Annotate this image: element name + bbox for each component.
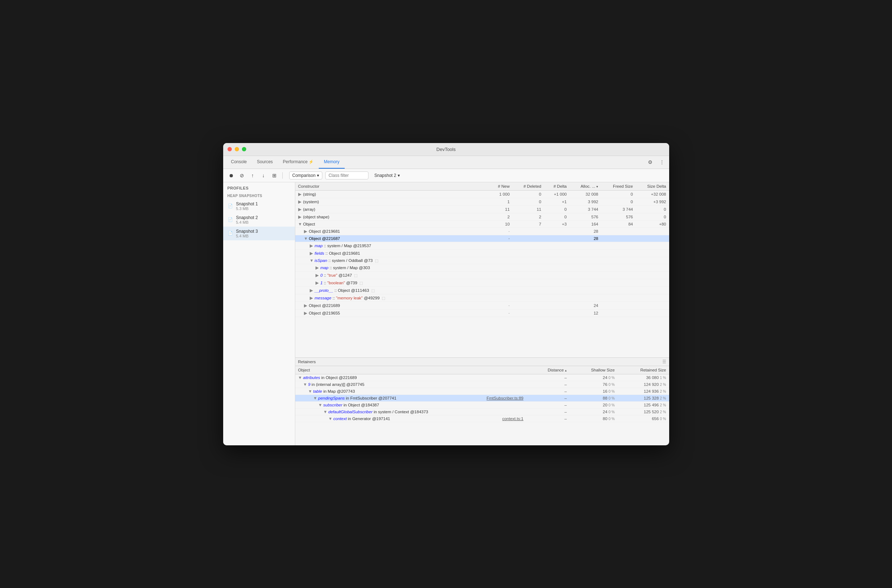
performance-icon: ⚡ — [308, 160, 314, 164]
table-row[interactable]: ▶(array)111103 7443 7440 — [295, 206, 669, 213]
tab-icons: ⚙ ⋮ — [646, 158, 666, 166]
table-row[interactable]: ▶(string)1 0000+1 00032 0080+32 008 — [295, 190, 669, 198]
ret-header-retained[interactable]: Retained Size — [618, 366, 669, 374]
table-row[interactable]: ▶1 :: "boolean" @739 ⬚ — [295, 279, 669, 286]
tab-sources[interactable]: Sources — [252, 156, 278, 169]
table-row[interactable]: ▶map :: system / Map @219537 — [295, 242, 669, 249]
table-row[interactable]: ▼defaultGlobalSubscriber in system / Con… — [295, 408, 669, 415]
upper-table-body: ▶(string)1 0000+1 00032 0080+32 008▶(sys… — [295, 190, 669, 317]
table-row[interactable]: ▼table in Map @207743–16 0 %124 936 2 % — [295, 388, 669, 394]
table-row[interactable]: ▶0 :: "true" @1247 ⬚ — [295, 271, 669, 279]
snapshot-icon-3: 📄 — [227, 231, 233, 236]
tab-performance[interactable]: Performance ⚡ — [278, 156, 319, 169]
snapshot-icon-2: 📄 — [227, 217, 233, 223]
table-row[interactable]: ▶Object @221689·24 — [295, 302, 669, 309]
retainers-table: Object Distance ▴ Shallow Size Retained … — [295, 366, 669, 422]
dropdown-arrow-icon: ▾ — [317, 173, 319, 178]
table-row[interactable]: ▼isSpan :: system / Oddball @73 ⬚ — [295, 257, 669, 264]
tab-console[interactable]: Console — [226, 156, 252, 169]
table-row[interactable]: ▶(object shape)2205765760 — [295, 213, 669, 220]
upload-button[interactable]: ↑ — [248, 171, 257, 180]
ret-header-object[interactable]: Object — [295, 366, 529, 374]
toolbar: ⏺ ⊘ ↑ ↓ ⊞ Comparison ▾ Snapshot 2 ▾ — [223, 169, 669, 182]
more-icon[interactable]: ⋮ — [657, 158, 666, 166]
table-row[interactable]: ▼Object107+316484+80 — [295, 220, 669, 227]
retainers-scroll-icon: ☰ — [662, 359, 666, 364]
table-row[interactable]: ▶__proto__ :: Object @111463 ⬚ — [295, 286, 669, 294]
source-link[interactable]: FmtSubscriber.ts:89 — [486, 396, 523, 400]
header-delta[interactable]: # Delta — [544, 182, 569, 190]
table-row[interactable]: ▼Object @221687·28 — [295, 235, 669, 242]
snapshot-item-1[interactable]: 📄 Snapshot 1 5.3 MB — [223, 199, 295, 213]
retainers-header: Retainers ☰ — [295, 358, 669, 366]
snapshot-item-2[interactable]: 📄 Snapshot 2 5.4 MB — [223, 213, 295, 226]
header-constructor[interactable]: Constructor — [295, 182, 489, 190]
source-link[interactable]: context.ts:1 — [502, 417, 523, 421]
minimize-button[interactable] — [235, 147, 239, 152]
header-new[interactable]: # New — [489, 182, 512, 190]
table-row[interactable]: ▼context in Generator @197141context.ts:… — [295, 415, 669, 422]
snapshot-icon-1: 📄 — [227, 203, 233, 209]
profiles-label: Profiles — [223, 182, 295, 192]
snapshot-item-3[interactable]: 📄 Snapshot 3 5.4 MB — [223, 226, 295, 240]
toolbar-separator — [282, 172, 283, 179]
download-button[interactable]: ↓ — [259, 171, 268, 180]
snapshot-arrow-icon: ▾ — [398, 173, 400, 178]
table-row[interactable]: ▼9 in (internal array)[] @207745–76 0 %1… — [295, 381, 669, 388]
titlebar: DevTools — [223, 143, 669, 156]
settings-icon[interactable]: ⚙ — [646, 158, 655, 166]
main-content: Profiles HEAP SNAPSHOTS 📄 Snapshot 1 5.3… — [223, 182, 669, 446]
table-row[interactable]: ▼pendingSpans in FmtSubscriber @207741Fm… — [295, 394, 669, 401]
traffic-lights — [227, 147, 246, 152]
table-header-row: Constructor # New # Deleted # Delta Allo… — [295, 182, 669, 190]
ret-header-distance[interactable]: Distance ▴ — [529, 366, 570, 374]
table-row[interactable]: ▶message :: "memory leak" @49299 ⬚ — [295, 294, 669, 302]
record-button[interactable]: ⏺ — [227, 171, 235, 180]
retainers-header-row: Object Distance ▴ Shallow Size Retained … — [295, 366, 669, 374]
table-row[interactable]: ▶Object @219655·12 — [295, 309, 669, 317]
maximize-button[interactable] — [242, 147, 246, 152]
table-row[interactable]: ▶fields :: Object @219681 — [295, 249, 669, 257]
header-alloc[interactable]: Alloc. ... ▾ — [570, 182, 602, 190]
upper-table: Constructor # New # Deleted # Delta Allo… — [295, 182, 669, 358]
tab-bar: Console Sources Performance ⚡ Memory ⚙ ⋮ — [223, 156, 669, 169]
close-button[interactable] — [227, 147, 232, 152]
header-size-delta[interactable]: Size Delta — [636, 182, 669, 190]
stop-button[interactable]: ⊘ — [238, 171, 246, 180]
heap-table: Constructor # New # Deleted # Delta Allo… — [295, 182, 669, 317]
lower-table-body: ▼attributes in Object @221689–24 0 %36 0… — [295, 374, 669, 422]
window-title: DevTools — [436, 147, 455, 152]
toolbar-right: Comparison ▾ Snapshot 2 ▾ — [289, 171, 403, 179]
table-row[interactable]: ▶Object @219681·28 — [295, 227, 669, 235]
table-area: Constructor # New # Deleted # Delta Allo… — [295, 182, 669, 446]
header-deleted[interactable]: # Deleted — [513, 182, 545, 190]
heap-snapshots-label: HEAP SNAPSHOTS — [223, 192, 295, 199]
comparison-dropdown[interactable]: Comparison ▾ — [289, 171, 323, 179]
table-row[interactable]: ▼subscriber in Object @184387–20 0 %125 … — [295, 401, 669, 408]
table-row[interactable]: ▼attributes in Object @221689–24 0 %36 0… — [295, 374, 669, 381]
lower-table: Object Distance ▴ Shallow Size Retained … — [295, 366, 669, 446]
grid-button[interactable]: ⊞ — [270, 171, 279, 180]
class-filter-input[interactable] — [325, 171, 369, 179]
devtools-window: DevTools Console Sources Performance ⚡ M… — [223, 143, 669, 446]
snapshot-dropdown[interactable]: Snapshot 2 ▾ — [372, 172, 403, 179]
table-row[interactable]: ▶(system)10+13 9920+3 992 — [295, 198, 669, 206]
header-freed[interactable]: Freed Size — [601, 182, 636, 190]
ret-header-shallow[interactable]: Shallow Size — [570, 366, 618, 374]
table-row[interactable]: ▶map :: system / Map @303 — [295, 264, 669, 271]
tab-memory[interactable]: Memory — [319, 156, 344, 169]
sidebar: Profiles HEAP SNAPSHOTS 📄 Snapshot 1 5.3… — [223, 182, 295, 446]
